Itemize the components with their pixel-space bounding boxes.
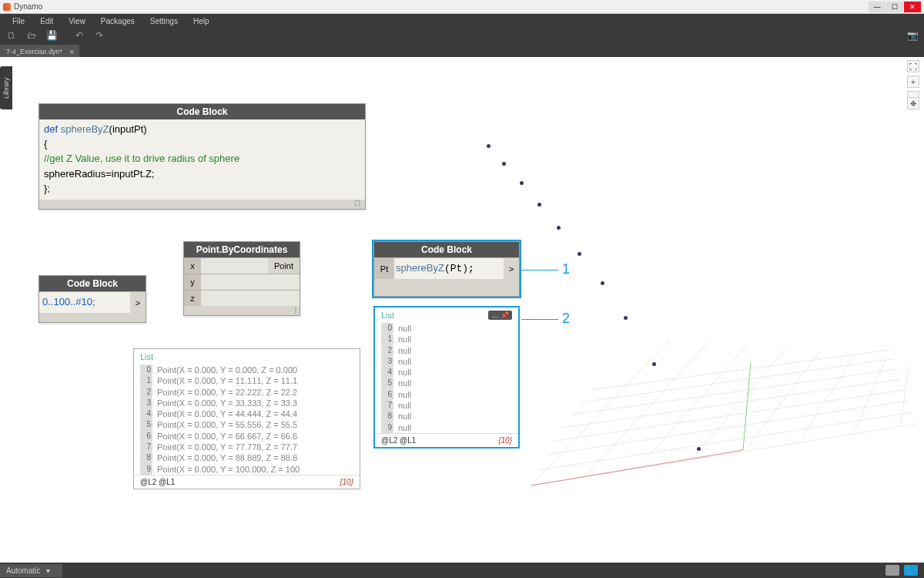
- toolbar: 🗋 🗁 💾 ↶ ↷ 📷: [0, 28, 924, 43]
- annotation-2: 2: [562, 311, 570, 327]
- list-item[interactable]: 6null: [375, 389, 518, 400]
- viewport-point: [601, 281, 604, 285]
- viewport-point: [487, 144, 490, 148]
- list-item[interactable]: 0null: [375, 323, 518, 334]
- node-title: Code Block: [39, 276, 146, 291]
- list-levels: @L2 @L1: [140, 478, 175, 486]
- node-point-by-coordinates[interactable]: Point.ByCoordinates x Point y z |: [183, 241, 300, 316]
- data-preview-nulls[interactable]: List … 📌 0null1null2null3null4null5null6…: [373, 306, 520, 449]
- view-toggle-1[interactable]: [886, 565, 899, 576]
- redo-icon[interactable]: ↷: [94, 30, 105, 41]
- list-count: {10}: [498, 436, 512, 445]
- preview-header: List: [381, 311, 394, 320]
- input-port-y[interactable]: y: [184, 274, 201, 290]
- status-bar: Automatic ▾: [0, 563, 924, 578]
- window-minimize-button[interactable]: —: [869, 2, 886, 12]
- app-logo-icon: [3, 3, 11, 11]
- node-code-block-range[interactable]: Code Block 0..100..#10; >: [38, 275, 146, 323]
- list-item[interactable]: 5Point(X = 0.000, Y = 55.556, Z = 55.5: [134, 419, 360, 430]
- save-file-icon[interactable]: 💾: [46, 30, 57, 41]
- annotation-line: [521, 319, 558, 320]
- open-file-icon[interactable]: 🗁: [26, 30, 37, 41]
- viewport-point: [557, 226, 561, 230]
- list-levels: @L2 @L1: [381, 436, 416, 445]
- list-item[interactable]: 8null: [375, 411, 518, 422]
- node-footer: [374, 279, 519, 296]
- viewport-3d-grid: [485, 262, 916, 539]
- view-toggle-2[interactable]: [904, 565, 918, 576]
- list-item[interactable]: 5null: [375, 378, 518, 388]
- viewport-point: [697, 447, 701, 451]
- list-item[interactable]: 7null: [375, 400, 518, 411]
- pan-icon[interactable]: ✥: [907, 97, 919, 109]
- menu-view[interactable]: View: [61, 17, 93, 25]
- list-item[interactable]: 3Point(X = 0.000, Y = 33.333, Z = 33.3: [134, 398, 360, 408]
- zoom-in-icon[interactable]: +: [907, 76, 919, 88]
- viewport-point: [624, 316, 628, 320]
- menu-packages[interactable]: Packages: [93, 17, 142, 25]
- output-port[interactable]: >: [130, 292, 146, 313]
- undo-icon[interactable]: ↶: [74, 30, 85, 41]
- node-code-block-def[interactable]: Code Block def sphereByZ(inputPt){//get …: [38, 103, 366, 210]
- viewport-point: [578, 252, 581, 256]
- list-item[interactable]: 4Point(X = 0.000, Y = 44.444, Z = 44.4: [134, 408, 360, 419]
- app-title: Dynamo: [14, 2, 868, 11]
- node-title: Code Block: [39, 104, 365, 119]
- menu-file[interactable]: File: [5, 17, 32, 25]
- library-panel-tab[interactable]: Library: [0, 66, 12, 109]
- list-item[interactable]: 2null: [375, 345, 518, 356]
- list-item[interactable]: 9null: [375, 422, 518, 433]
- list-item[interactable]: 8Point(X = 0.000, Y = 88.889, Z = 88.8: [134, 452, 360, 463]
- camera-icon[interactable]: 📷: [907, 30, 918, 41]
- output-port-point[interactable]: Point: [268, 258, 300, 274]
- list-count: {10}: [340, 478, 353, 486]
- window-titlebar: Dynamo — ☐ ✕: [0, 0, 924, 14]
- viewport-point: [520, 181, 524, 185]
- list-item[interactable]: 9Point(X = 0.000, Y = 100.000, Z = 100: [134, 464, 360, 475]
- list-item[interactable]: 6Point(X = 0.000, Y = 66.667, Z = 66.6: [134, 431, 360, 442]
- code-editor[interactable]: def sphereByZ(inputPt){//get Z Value, us…: [39, 119, 365, 200]
- graph-canvas[interactable]: Library ⛶ + − ✥ Code Block def sphereByZ…: [0, 57, 924, 563]
- annotation-1: 1: [562, 261, 570, 277]
- data-preview-points[interactable]: List 0Point(X = 0.000, Y = 0.000, Z = 0.…: [133, 348, 360, 489]
- run-mode-dropdown[interactable]: Automatic ▾: [0, 564, 62, 577]
- viewport-point: [502, 162, 506, 166]
- list-item[interactable]: 1Point(X = 0.000, Y = 11.111, Z = 11.1: [134, 375, 360, 386]
- code-editor[interactable]: sphereByZ(Pt);: [394, 258, 504, 279]
- window-maximize-button[interactable]: ☐: [886, 2, 903, 12]
- input-port-x[interactable]: x: [184, 258, 201, 274]
- annotation-line: [521, 270, 558, 271]
- input-port-pt[interactable]: Pt: [374, 258, 394, 279]
- list-item[interactable]: 0Point(X = 0.000, Y = 0.000, Z = 0.000: [134, 365, 360, 375]
- list-item[interactable]: 3null: [375, 356, 518, 367]
- tab-close-icon[interactable]: ✕: [69, 49, 75, 55]
- document-tabbar: 7-4_Exercise.dyn* ✕: [0, 43, 924, 57]
- document-tab[interactable]: 7-4_Exercise.dyn* ✕: [0, 45, 79, 57]
- svg-line-0: [531, 450, 743, 486]
- menu-edit[interactable]: Edit: [32, 17, 61, 25]
- svg-line-1: [743, 362, 751, 450]
- menu-settings[interactable]: Settings: [142, 17, 186, 25]
- window-close-button[interactable]: ✕: [904, 2, 921, 12]
- run-mode-label: Automatic: [6, 566, 40, 575]
- fit-view-icon[interactable]: ⛶: [907, 60, 919, 72]
- list-item[interactable]: 1null: [375, 334, 518, 344]
- input-port-z[interactable]: z: [184, 291, 201, 306]
- new-file-icon[interactable]: 🗋: [6, 30, 17, 41]
- node-title: Code Block: [374, 242, 519, 257]
- chevron-down-icon: ▾: [46, 566, 50, 575]
- viewport-point: [537, 203, 541, 207]
- list-item[interactable]: 4null: [375, 367, 518, 378]
- node-title: Point.ByCoordinates: [184, 242, 300, 257]
- preview-header: List: [140, 352, 153, 361]
- list-item[interactable]: 2Point(X = 0.000, Y = 22.222, Z = 22.2: [134, 387, 360, 398]
- output-port[interactable]: >: [504, 258, 519, 279]
- pin-icon[interactable]: … 📌: [488, 311, 512, 320]
- menu-help[interactable]: Help: [186, 17, 217, 25]
- viewport-point: [652, 362, 656, 366]
- node-code-block-call[interactable]: Code Block Pt sphereByZ(Pt); >: [373, 241, 520, 297]
- node-footer: |: [184, 306, 300, 315]
- code-editor[interactable]: 0..100..#10;: [39, 292, 130, 313]
- tab-label: 7-4_Exercise.dyn*: [6, 48, 62, 55]
- list-item[interactable]: 7Point(X = 0.000, Y = 77.778, Z = 77.7: [134, 442, 360, 452]
